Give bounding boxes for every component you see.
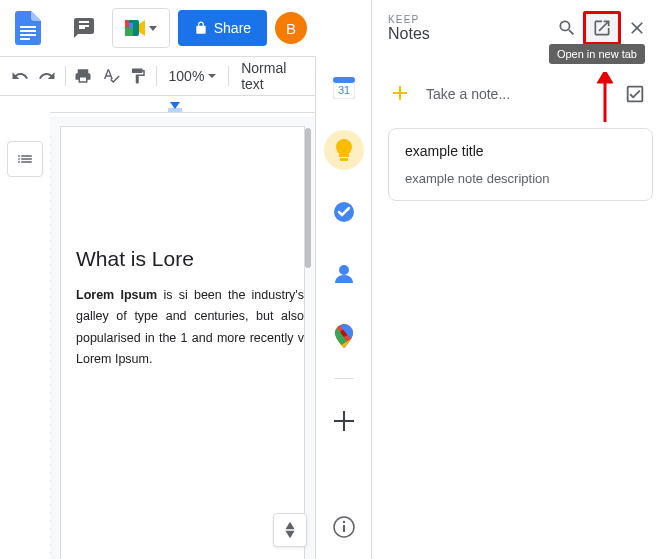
redo-button[interactable] bbox=[35, 62, 58, 90]
keep-panel-header: KEEP Notes Open in new tab bbox=[372, 0, 669, 56]
svg-point-14 bbox=[339, 265, 349, 275]
open-in-new-tab-tooltip: Open in new tab bbox=[549, 44, 645, 64]
zoom-select[interactable]: 100% bbox=[163, 68, 223, 84]
maps-app-icon[interactable] bbox=[324, 316, 364, 356]
svg-rect-0 bbox=[20, 26, 36, 28]
add-note-icon[interactable] bbox=[388, 81, 412, 108]
new-list-button[interactable] bbox=[617, 76, 653, 112]
svg-rect-7 bbox=[125, 28, 133, 36]
explore-button[interactable] bbox=[273, 513, 307, 547]
paint-format-button[interactable] bbox=[126, 62, 149, 90]
side-panel-bar: 31 bbox=[315, 56, 371, 559]
calendar-app-icon[interactable]: 31 bbox=[324, 68, 364, 108]
undo-button[interactable] bbox=[8, 62, 31, 90]
svg-rect-1 bbox=[20, 30, 36, 32]
document-heading: What is Lore bbox=[76, 247, 304, 271]
print-button[interactable] bbox=[72, 62, 95, 90]
spellcheck-button[interactable] bbox=[99, 62, 122, 90]
share-button[interactable]: Share bbox=[178, 10, 267, 46]
svg-rect-10 bbox=[333, 77, 355, 83]
document-page[interactable]: What is Lore Lorem Ipsum is si been the … bbox=[60, 126, 305, 559]
formatting-toolbar: 100% Normal text bbox=[0, 56, 315, 96]
svg-rect-3 bbox=[20, 38, 30, 40]
outline-toggle[interactable] bbox=[7, 141, 43, 177]
vertical-ruler[interactable] bbox=[50, 136, 51, 559]
zoom-value: 100% bbox=[169, 68, 205, 84]
take-note-input[interactable]: Take a note... bbox=[426, 86, 603, 102]
keep-panel: KEEP Notes Open in new tab Take a note..… bbox=[371, 0, 669, 559]
svg-rect-8 bbox=[125, 20, 129, 28]
chevron-down-icon bbox=[208, 74, 216, 78]
search-notes-button[interactable] bbox=[551, 12, 583, 44]
tasks-app-icon[interactable] bbox=[324, 192, 364, 232]
close-panel-button[interactable] bbox=[621, 12, 653, 44]
take-note-row: Take a note... bbox=[388, 68, 653, 128]
horizontal-ruler[interactable] bbox=[50, 100, 315, 116]
document-area: What is Lore Lorem Ipsum is si been the … bbox=[0, 96, 315, 559]
vertical-scrollbar[interactable] bbox=[305, 128, 311, 268]
info-icon[interactable] bbox=[324, 507, 364, 547]
paragraph-style-select[interactable]: Normal text bbox=[235, 60, 307, 92]
svg-rect-12 bbox=[340, 158, 348, 161]
svg-rect-17 bbox=[343, 525, 345, 532]
account-avatar[interactable]: B bbox=[275, 12, 307, 44]
paragraph-style-value: Normal text bbox=[241, 60, 301, 92]
note-description: example note description bbox=[405, 171, 636, 186]
comment-history-icon[interactable] bbox=[64, 8, 104, 48]
add-addon-button[interactable] bbox=[324, 401, 364, 441]
contacts-app-icon[interactable] bbox=[324, 254, 364, 294]
meet-button[interactable] bbox=[112, 8, 170, 48]
svg-point-18 bbox=[342, 521, 344, 523]
svg-rect-2 bbox=[20, 34, 36, 36]
open-in-new-tab-button[interactable] bbox=[583, 11, 621, 45]
annotation-arrow bbox=[597, 72, 613, 122]
note-title: example title bbox=[405, 143, 636, 159]
keep-title: Notes bbox=[388, 25, 551, 43]
docs-logo[interactable] bbox=[8, 8, 48, 48]
primary-toolbar: Share B bbox=[0, 0, 315, 56]
svg-text:31: 31 bbox=[337, 84, 349, 96]
svg-marker-5 bbox=[139, 20, 145, 36]
document-body-text: Lorem Ipsum is si been the industry's ga… bbox=[76, 285, 304, 370]
keep-kicker: KEEP bbox=[388, 14, 551, 25]
note-card[interactable]: example title example note description bbox=[388, 128, 653, 201]
keep-app-icon[interactable] bbox=[324, 130, 364, 170]
share-label: Share bbox=[214, 20, 251, 36]
